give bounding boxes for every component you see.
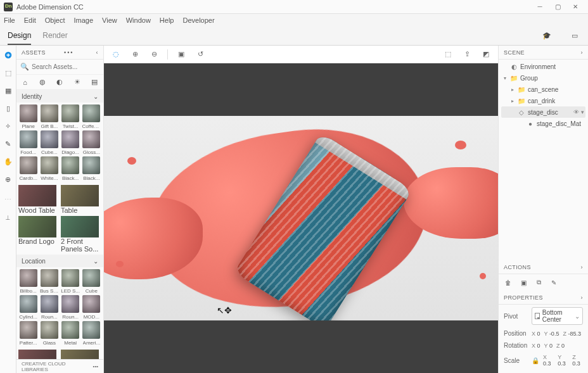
menu-help[interactable]: Help [160, 16, 174, 24]
asset-thumb[interactable]: Ameri... [82, 321, 101, 346]
sample-tool-icon[interactable]: ▯ [3, 103, 14, 114]
scene-node-environment[interactable]: ◐ Environment [501, 61, 585, 72]
render-preview-icon[interactable]: ⬚ [442, 49, 454, 60]
chevron-right-icon[interactable]: ▸ [510, 98, 515, 104]
asset-thumb[interactable]: City Backdrop [18, 350, 59, 359]
action-group-icon[interactable]: ▣ [519, 278, 528, 287]
chevron-right-icon[interactable]: ▸ [510, 87, 515, 92]
scene-node-stage-disc[interactable]: ◇ stage_disc 👁 ▾ [501, 106, 585, 118]
orbit-tool-icon[interactable]: ◌ [110, 49, 122, 60]
horizon-tool-icon[interactable]: ⟂ [3, 212, 14, 223]
magic-wand-tool-icon[interactable]: ✧ [3, 120, 14, 132]
asset-thumb[interactable]: Plane [18, 104, 38, 129]
filter-materials-icon[interactable]: ◐ [54, 78, 65, 86]
asset-thumb[interactable]: White... [39, 156, 59, 181]
select-tool-icon[interactable]: ⬚ [3, 67, 14, 79]
camera-undo-icon[interactable]: ↺ [195, 49, 206, 60]
scene-collapse-icon[interactable]: › [581, 49, 583, 56]
properties-collapse-icon[interactable]: › [581, 294, 583, 301]
filter-lights-icon[interactable]: ☀ [72, 78, 82, 86]
filter-home-icon[interactable]: ⌂ [20, 79, 30, 86]
viewport[interactable]: ↖✥ [104, 63, 498, 373]
cc-libraries-header[interactable]: CREATIVE CLOUD LIBRARIES ••• [16, 359, 103, 373]
asset-thumb[interactable]: MOD... [82, 295, 101, 320]
window-close-button[interactable]: ✕ [566, 0, 584, 14]
asset-thumb[interactable]: Patter... [18, 321, 38, 346]
asset-thumb[interactable]: Black... [82, 156, 101, 181]
rotation-z[interactable]: 0 [561, 343, 565, 349]
cc-libraries-more-icon[interactable]: ••• [93, 364, 98, 369]
asset-thumb[interactable]: Food... [18, 130, 38, 155]
asset-thumb[interactable]: Cube... [39, 130, 59, 155]
asset-thumb[interactable]: Metal [61, 321, 80, 346]
asset-thumb[interactable]: Billbo... [18, 269, 38, 294]
scene-node-group[interactable]: ▾ 📁 Group [501, 72, 585, 84]
window-minimize-button[interactable]: ─ [531, 0, 549, 14]
position-x[interactable]: 0 [537, 331, 540, 337]
eyedropper-tool-icon[interactable]: ✎ [3, 138, 14, 149]
tab-render[interactable]: Render [42, 27, 67, 45]
asset-thumb[interactable]: Cube [82, 269, 101, 294]
asset-thumb[interactable]: LED S... [61, 269, 80, 294]
asset-thumb[interactable]: Bus St... [39, 269, 59, 294]
camera-bookmark-icon[interactable]: ▣ [176, 49, 187, 60]
asset-thumb[interactable]: Coffee... [82, 104, 101, 129]
dolly-tool-icon[interactable]: ⊖ [148, 49, 160, 60]
window-maximize-button[interactable]: ▢ [549, 0, 566, 14]
asset-thumb[interactable]: Cardb... [18, 156, 38, 181]
learn-icon[interactable]: 🎓 [541, 30, 553, 42]
asset-thumb[interactable]: 2 Front Panels So... [61, 216, 101, 253]
rotation-y[interactable]: 0 [549, 343, 553, 349]
rotation-x[interactable]: 0 [537, 343, 540, 349]
actions-collapse-icon[interactable]: › [581, 264, 583, 270]
assets-section-location[interactable]: Location ⌄ [16, 255, 103, 267]
filter-images-icon[interactable]: ▤ [89, 78, 99, 86]
position-y[interactable]: -0.5 [549, 331, 559, 337]
zoom-tool-icon[interactable]: ⊕ [3, 174, 14, 185]
assets-section-identity[interactable]: Identity ⌄ [16, 90, 103, 103]
position-z[interactable]: -85.3 [568, 331, 581, 337]
asset-thumb[interactable]: Diago... [61, 130, 80, 155]
assets-more-icon[interactable]: ••• [64, 49, 74, 56]
asset-thumb[interactable]: Roun... [61, 295, 80, 320]
action-sample-icon[interactable]: ✎ [549, 278, 558, 287]
pivot-select[interactable]: Bottom Center ⌄ [532, 307, 583, 325]
render-settings-icon[interactable]: ◩ [480, 49, 492, 60]
scale-x[interactable]: 0.3 [543, 360, 551, 367]
menu-window[interactable]: Window [126, 16, 151, 24]
scale-z[interactable]: 0.3 [572, 360, 580, 367]
filter-models-icon[interactable]: ◍ [37, 78, 48, 86]
asset-thumb[interactable]: Twist... [61, 104, 80, 129]
add-tool-icon[interactable] [3, 49, 14, 61]
asset-thumb[interactable]: Roun... [39, 295, 59, 320]
menu-object[interactable]: Object [45, 16, 65, 24]
asset-thumb[interactable]: Black... [61, 156, 80, 181]
action-duplicate-icon[interactable]: ⧉ [534, 278, 543, 287]
asset-thumb[interactable]: Gift B... [39, 104, 59, 129]
menu-view[interactable]: View [102, 16, 117, 24]
asset-thumb[interactable]: Brand Logo [18, 216, 59, 253]
asset-thumb[interactable]: Gallery [61, 350, 101, 359]
move-tool-icon[interactable]: ▦ [3, 85, 14, 96]
scene-node-can-drink[interactable]: ▸ 📁 can_drink [501, 95, 585, 106]
menu-file[interactable]: File [4, 16, 15, 24]
hand-tool-icon[interactable]: ✋ [3, 156, 14, 167]
export-icon[interactable]: ⇪ [461, 49, 473, 60]
visibility-icon[interactable]: 👁 ▾ [573, 109, 584, 115]
pan-tool-icon[interactable]: ⊕ [129, 49, 141, 60]
asset-thumb[interactable]: Glass [39, 321, 59, 346]
scene-node-can-scene[interactable]: ▸ 📁 can_scene [501, 84, 585, 95]
chevron-down-icon[interactable]: ▾ [502, 75, 508, 81]
asset-thumb[interactable]: Table [61, 185, 101, 214]
menu-edit[interactable]: Edit [24, 16, 36, 24]
action-delete-icon[interactable]: 🗑 [504, 278, 513, 287]
lock-icon[interactable]: 🔒 [532, 357, 538, 364]
scene-node-stage-disc-mat[interactable]: ● stage_disc_Mat [501, 118, 585, 129]
assets-search-input[interactable] [30, 62, 104, 72]
feedback-icon[interactable]: ▭ [569, 30, 580, 42]
tab-design[interactable]: Design [8, 27, 31, 45]
menu-developer[interactable]: Developer [182, 16, 214, 24]
assets-collapse-icon[interactable]: ‹ [96, 49, 98, 56]
asset-thumb[interactable]: Wood Table [18, 185, 59, 214]
menu-image[interactable]: Image [74, 16, 94, 24]
